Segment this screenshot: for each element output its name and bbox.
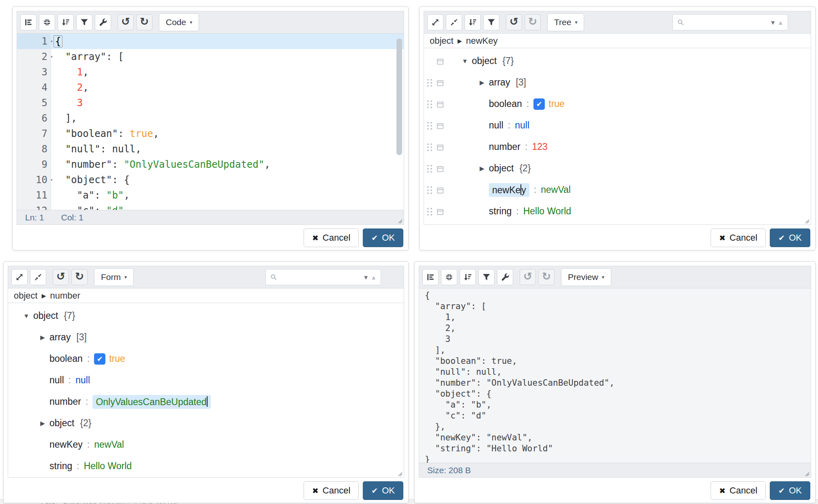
ok-button[interactable]: ✔ OK [363, 481, 403, 500]
actions-menu-button[interactable] [436, 207, 444, 216]
format-button[interactable] [20, 14, 36, 30]
drag-handle-icon[interactable] [427, 164, 433, 173]
field-name[interactable]: array [489, 77, 510, 88]
search-previous-button[interactable]: ▲ [777, 19, 784, 26]
value-string[interactable]: Hello World [523, 206, 571, 217]
drag-handle-icon[interactable] [427, 79, 433, 87]
breadcrumb-item[interactable]: number [50, 290, 81, 301]
ok-button[interactable]: ✔ OK [770, 229, 810, 247]
vertical-scrollbar[interactable] [396, 38, 402, 155]
drag-handle-icon[interactable] [427, 207, 433, 216]
repair-button[interactable] [497, 269, 513, 285]
field-name[interactable]: object [472, 56, 497, 66]
ok-button[interactable]: ✔ OK [770, 481, 810, 500]
field-name[interactable]: newKey [49, 439, 83, 450]
value-string[interactable]: Hello World [84, 461, 132, 472]
code-line[interactable]: 2, [54, 80, 404, 95]
undo-button[interactable]: ↺ [506, 14, 522, 30]
sort-button[interactable] [465, 14, 481, 30]
field-name[interactable]: string [489, 206, 512, 217]
field-name[interactable]: object [49, 418, 74, 429]
boolean-checkbox[interactable]: ✔ [94, 353, 105, 365]
field-name[interactable]: array [49, 332, 71, 343]
code-line[interactable]: "boolean": true, [54, 126, 404, 141]
field-name[interactable]: number [49, 396, 81, 407]
sort-button[interactable] [58, 14, 74, 30]
code-line[interactable]: "number": "OnlyValuesCanBeUpdated", [54, 157, 404, 172]
code-line[interactable]: 1, [54, 64, 404, 80]
value-null[interactable]: null [515, 120, 529, 131]
search-next-button[interactable]: ▼ [770, 19, 776, 26]
breadcrumb-item[interactable]: object [430, 36, 454, 46]
actions-menu-button[interactable] [436, 100, 444, 108]
drag-handle-icon[interactable] [427, 143, 433, 151]
sort-button[interactable] [460, 269, 476, 285]
undo-button[interactable]: ↺ [520, 269, 536, 285]
code-line[interactable]: { [51, 34, 404, 49]
compact-button[interactable] [39, 14, 55, 30]
mode-select-button[interactable]: Code▾ [159, 13, 199, 31]
field-name[interactable]: boolean [489, 98, 522, 109]
resize-handle-icon[interactable] [396, 470, 403, 476]
actions-menu-button[interactable] [436, 79, 444, 87]
search-next-button[interactable]: ▼ [363, 274, 369, 281]
search-previous-button[interactable]: ▲ [370, 274, 377, 281]
expand-all-button[interactable] [11, 269, 28, 285]
code-fold-icon[interactable]: ▾ [47, 34, 53, 49]
cancel-button[interactable]: ✖ Cancel [304, 481, 359, 500]
value-string[interactable]: newVal [541, 184, 571, 195]
code-line[interactable]: "object": { [54, 172, 404, 188]
field-name-editing[interactable]: newKey [489, 183, 529, 197]
code-line[interactable]: ], [54, 111, 404, 126]
redo-button[interactable]: ↻ [136, 14, 152, 30]
field-name[interactable]: boolean [49, 353, 83, 364]
breadcrumb-item[interactable]: object [14, 290, 38, 301]
resize-handle-icon[interactable] [396, 217, 403, 224]
field-name[interactable]: number [489, 141, 520, 152]
code-line[interactable]: "null": null, [54, 141, 404, 157]
field-name[interactable]: object [33, 310, 58, 321]
search-input[interactable] [687, 17, 767, 27]
collapse-node-icon[interactable]: ▼ [458, 58, 472, 64]
code-line[interactable]: "array": [ [54, 49, 404, 64]
actions-menu-button[interactable] [436, 186, 444, 194]
actions-menu-button[interactable] [436, 143, 444, 151]
redo-button[interactable]: ↻ [71, 269, 88, 285]
redo-button[interactable]: ↻ [525, 14, 541, 30]
redo-button[interactable]: ↻ [538, 269, 555, 285]
code-line[interactable]: 3 [54, 95, 404, 111]
cancel-button[interactable]: ✖ Cancel [711, 481, 766, 500]
code-line[interactable]: "c": "d" [54, 203, 404, 210]
filter-button[interactable] [478, 269, 495, 285]
actions-menu-button[interactable] [436, 122, 444, 130]
code-text[interactable]: { "array": [ 1, 2, 3 ], "boolean": true,… [51, 34, 404, 210]
cancel-button[interactable]: ✖ Cancel [711, 229, 766, 247]
collapse-all-button[interactable] [446, 14, 462, 30]
resize-handle-icon[interactable] [803, 470, 809, 476]
collapse-node-icon[interactable]: ▼ [19, 312, 33, 319]
code-fold-icon[interactable]: ▾ [47, 172, 53, 188]
boolean-checkbox[interactable]: ✔ [533, 98, 545, 110]
compact-button[interactable] [441, 269, 457, 285]
filter-button[interactable] [483, 14, 499, 30]
filter-button[interactable] [76, 14, 92, 30]
value-boolean[interactable]: true [109, 353, 125, 364]
code-fold-icon[interactable]: ▾ [47, 49, 53, 64]
drag-handle-icon[interactable] [427, 100, 433, 108]
value-string[interactable]: newVal [94, 439, 124, 450]
collapse-all-button[interactable] [30, 269, 46, 285]
mode-select-button[interactable]: Form▾ [94, 268, 134, 286]
value-null[interactable]: null [75, 375, 90, 386]
undo-button[interactable]: ↺ [53, 269, 69, 285]
format-button[interactable] [422, 269, 439, 285]
drag-handle-icon[interactable] [427, 186, 433, 194]
field-name[interactable]: string [49, 461, 72, 472]
drag-handle-icon[interactable] [427, 122, 433, 130]
mode-select-button[interactable]: Preview▾ [561, 268, 611, 286]
actions-menu-button[interactable] [436, 57, 444, 65]
expand-node-icon[interactable]: ▶ [475, 79, 489, 86]
value-boolean[interactable]: true [548, 98, 565, 109]
cancel-button[interactable]: ✖ Cancel [304, 229, 359, 247]
expand-all-button[interactable] [427, 14, 443, 30]
field-name[interactable]: null [49, 375, 64, 386]
